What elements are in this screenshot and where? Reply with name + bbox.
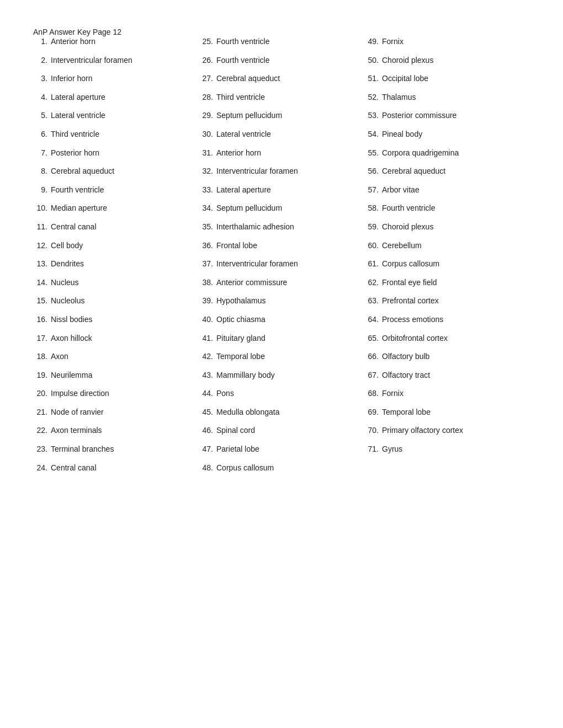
list-item: 65.Orbitofrontal cortex [364,333,524,344]
item-text: Third ventricle [51,129,193,140]
item-text: Prefrontal cortex [382,296,524,307]
item-number: 38. [199,277,216,288]
item-text: Anterior commissure [216,277,359,288]
item-text: Corpus callosum [216,463,359,474]
item-number: 43. [199,370,216,381]
item-number: 27. [199,73,216,84]
item-text: Node of ranvier [51,407,193,418]
item-text: Interthalamic adhesion [216,222,359,233]
item-text: Nissl bodies [51,314,193,325]
item-number: 29. [199,110,216,121]
item-number: 19. [33,370,51,381]
list-item: 4.Lateral aperture [33,92,193,103]
item-text: Septum pellucidum [216,203,359,214]
item-text: Corpora quadrigemina [382,148,524,159]
item-number: 30. [199,129,216,140]
list-item: 25.Fourth ventricle [199,36,359,47]
item-number: 56. [364,166,382,177]
list-item: 67.Olfactory tract [364,370,524,381]
item-text: Terminal branches [51,444,193,455]
list-item: 60.Cerebellum [364,240,524,251]
item-number: 41. [199,333,216,344]
item-text: Axon [51,351,193,362]
list-item: 61.Corpus callosum [364,259,524,270]
item-number: 71. [364,444,382,455]
list-item: 27.Cerebral aqueduct [199,73,359,84]
item-number: 21. [33,407,51,418]
page-title: AnP Answer Key Page 12 [33,28,121,36]
item-text: Lateral ventricle [216,129,359,140]
list-item: 22.Axon terminals [33,425,193,436]
item-text: Gyrus [382,444,524,455]
column-3: 49.Fornix50.Choroid plexus51.Occipital l… [364,36,530,463]
list-item: 51.Occipital lobe [364,73,524,84]
item-text: Mammillary body [216,370,359,381]
item-text: Choroid plexus [382,222,524,233]
item-text: Neurilemma [51,370,193,381]
item-number: 49. [364,36,382,47]
list-item: 7.Posterior horn [33,148,193,159]
list-item: 3.Inferior horn [33,73,193,84]
item-number: 22. [33,425,51,436]
item-number: 24. [33,463,51,474]
item-number: 6. [33,129,51,140]
list-item: 49.Fornix [364,36,524,47]
item-number: 17. [33,333,51,344]
item-number: 70. [364,425,382,436]
item-number: 53. [364,110,382,121]
list-item: 71.Gyrus [364,444,524,455]
item-number: 15. [33,296,51,307]
item-number: 33. [199,185,216,196]
item-text: Cell body [51,240,193,251]
item-text: Nucleolus [51,296,193,307]
item-text: Cerebral aqueduct [51,166,193,177]
list-item: 2.Interventricular foramen [33,55,193,66]
item-text: Pons [216,388,359,399]
item-number: 57. [364,185,382,196]
item-number: 3. [33,73,51,84]
list-item: 28.Third ventricle [199,92,359,103]
item-text: Anterior horn [51,36,193,47]
list-item: 56.Cerebral aqueduct [364,166,524,177]
item-text: Interventricular foramen [51,55,193,66]
list-item: 26.Fourth ventricle [199,55,359,66]
item-number: 13. [33,259,51,270]
item-text: Interventricular foramen [216,259,359,270]
list-item: 14.Nucleus [33,277,193,288]
item-number: 14. [33,277,51,288]
list-item: 62.Frontal eye field [364,277,524,288]
item-number: 34. [199,203,216,214]
item-number: 31. [199,148,216,159]
item-text: Central canal [51,463,193,474]
list-item: 20.Impulse direction [33,388,193,399]
item-number: 26. [199,55,216,66]
list-item: 35.Interthalamic adhesion [199,222,359,233]
list-item: 30.Lateral ventricle [199,129,359,140]
list-item: 52.Thalamus [364,92,524,103]
item-text: Lateral aperture [51,92,193,103]
item-number: 9. [33,185,51,196]
list-item: 44.Pons [199,388,359,399]
item-number: 55. [364,148,382,159]
item-number: 51. [364,73,382,84]
list-item: 16.Nissl bodies [33,314,193,325]
list-item: 32.Interventricular foramen [199,166,359,177]
item-number: 58. [364,203,382,214]
item-number: 61. [364,259,382,270]
item-text: Central canal [51,222,193,233]
item-number: 64. [364,314,382,325]
list-item: 48.Corpus callosum [199,463,359,474]
list-item: 63.Prefrontal cortex [364,296,524,307]
item-number: 59. [364,222,382,233]
item-text: Cerebellum [382,240,524,251]
item-number: 5. [33,110,51,121]
list-item: 5.Lateral ventricle [33,110,193,121]
item-text: Primary olfactory cortex [382,425,524,436]
list-item: 54.Pineal body [364,129,524,140]
item-text: Nucleus [51,277,193,288]
item-text: Olfactory tract [382,370,524,381]
item-number: 18. [33,351,51,362]
item-number: 45. [199,407,216,418]
list-item: 58.Fourth ventricle [364,203,524,214]
item-text: Interventricular foramen [216,166,359,177]
